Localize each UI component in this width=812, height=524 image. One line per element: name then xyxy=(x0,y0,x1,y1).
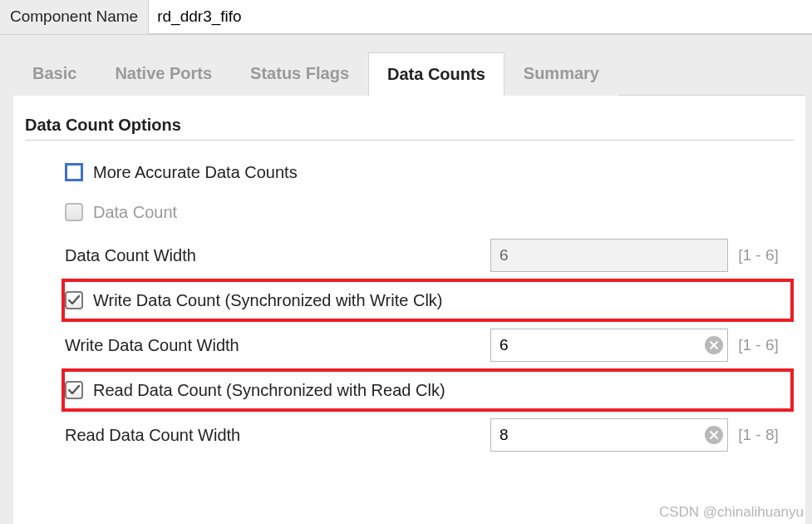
tab-summary[interactable]: Summary xyxy=(504,52,618,96)
component-name-label: Component Name xyxy=(0,0,148,34)
option-data-count-label: Data Count xyxy=(93,203,177,222)
option-read-data-count-label: Read Data Count (Synchronized with Read … xyxy=(93,381,445,400)
option-more-accurate-label: More Accurate Data Counts xyxy=(93,163,298,182)
data-count-width-label: Data Count Width xyxy=(65,246,480,265)
component-name-input[interactable] xyxy=(148,0,812,34)
read-dc-width-label: Read Data Count Width xyxy=(65,426,480,445)
tabs-container: Basic Native Ports Status Flags Data Cou… xyxy=(0,35,812,524)
data-count-width-range: [1 - 6] xyxy=(738,246,794,264)
tab-status-flags[interactable]: Status Flags xyxy=(231,52,368,96)
write-dc-width-input[interactable] xyxy=(490,329,728,362)
tab-native-ports[interactable]: Native Ports xyxy=(96,52,231,96)
field-write-dc-width: Write Data Count Width [1 - 6] xyxy=(65,322,794,368)
component-name-row: Component Name xyxy=(0,0,812,35)
tab-content: Data Count Options More Accurate Data Co… xyxy=(13,95,805,524)
clear-icon[interactable] xyxy=(705,426,723,444)
tab-data-counts[interactable]: Data Counts xyxy=(368,52,504,96)
section-divider xyxy=(25,140,794,141)
checkbox-more-accurate[interactable] xyxy=(65,163,83,181)
read-dc-width-input[interactable] xyxy=(490,418,728,452)
data-count-width-input xyxy=(490,239,728,272)
option-more-accurate[interactable]: More Accurate Data Counts xyxy=(65,152,794,192)
clear-icon[interactable] xyxy=(705,336,723,354)
option-write-data-count-label: Write Data Count (Synchronized with Writ… xyxy=(93,291,443,310)
tab-bar: Basic Native Ports Status Flags Data Cou… xyxy=(13,52,805,96)
write-dc-width-label: Write Data Count Width xyxy=(65,336,480,355)
read-dc-width-range: [1 - 8] xyxy=(738,426,794,444)
tab-basic[interactable]: Basic xyxy=(13,52,96,96)
checkbox-write-data-count[interactable] xyxy=(65,291,83,309)
option-write-data-count[interactable]: Write Data Count (Synchronized with Writ… xyxy=(62,279,794,322)
checkmark-icon xyxy=(67,294,81,307)
option-data-count: Data Count xyxy=(65,192,794,232)
write-dc-width-range: [1 - 6] xyxy=(738,336,794,354)
section-title: Data Count Options xyxy=(25,116,794,135)
field-data-count-width: Data Count Width [1 - 6] xyxy=(65,232,794,279)
checkbox-read-data-count[interactable] xyxy=(65,381,83,399)
checkmark-icon xyxy=(67,383,81,397)
field-read-dc-width: Read Data Count Width [1 - 8] xyxy=(65,412,794,458)
option-read-data-count[interactable]: Read Data Count (Synchronized with Read … xyxy=(62,368,794,412)
checkbox-data-count xyxy=(65,203,83,221)
